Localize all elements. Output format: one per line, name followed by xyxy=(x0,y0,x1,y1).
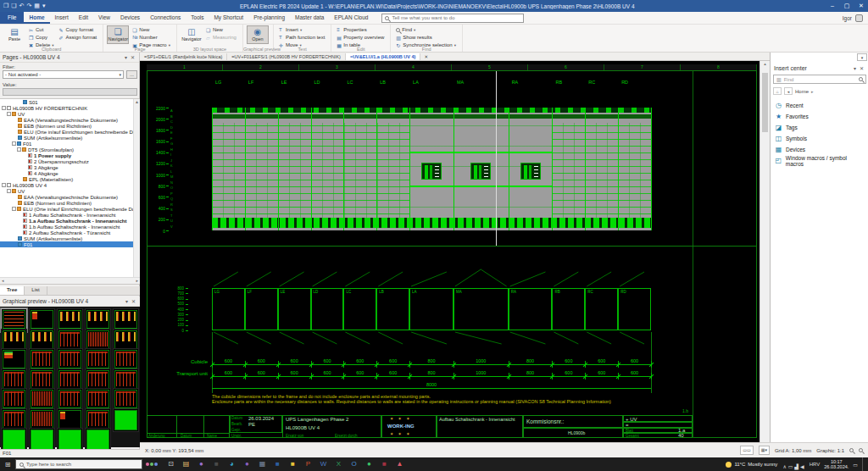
tree-item-4-abg-nge[interactable]: 4 Abgänge xyxy=(0,170,140,176)
tree-item-eaa-verwaltungstechnische-dokumente[interactable]: EAA (Verwaltungstechnische Dokumente) xyxy=(0,194,140,200)
document-tab[interactable]: =UV+F01&EFS/1 (HL0900B HV FORDERTECHNIK) xyxy=(227,53,346,60)
language-indicator[interactable]: HRV xyxy=(810,462,821,467)
zoom-out-icon[interactable] xyxy=(859,448,863,452)
tree-item-sum-artikelsummenliste[interactable]: SUM (Artikelsummenliste) xyxy=(0,236,140,241)
panel-menu-icon[interactable]: ▾ xyxy=(124,298,130,304)
tree-expander[interactable]: - xyxy=(12,207,16,211)
document-tab[interactable]: =UV&ELU/1.a (HL0900B UV 4) xyxy=(346,53,420,60)
tree-item-s01[interactable]: S01 xyxy=(0,99,140,105)
insert-center-item-favorites[interactable]: ★Favorites xyxy=(771,111,868,122)
tree-item-f01[interactable]: F01 xyxy=(0,241,140,247)
tree-item-elu-orte-in-auf-einrichtungen-beschreibende-dokumente[interactable]: ELU (Orte in/auf Einrichtungen beschreib… xyxy=(0,129,140,135)
ribbon-tab-pre-planning[interactable]: Pre-planning xyxy=(248,12,290,24)
tree-expander[interactable]: - xyxy=(17,147,21,152)
tree-item-1-power-supply[interactable]: 1 Power supply xyxy=(0,152,140,158)
notification-center-icon[interactable]: ▭ xyxy=(853,462,858,468)
home-icon[interactable]: ⌂ xyxy=(773,87,782,95)
panel-menu-icon[interactable]: ▾ xyxy=(852,65,858,71)
document-tab[interactable]: =SP1+DEL/1 (Razdjelnik kuće Nikica) xyxy=(140,53,227,60)
taskbar-app-edge[interactable]: ◕ xyxy=(227,457,236,471)
tree-expander[interactable]: - xyxy=(7,189,11,193)
tree-item-sum-artikelsummenliste[interactable]: SUM (Artikelsummenliste) xyxy=(0,135,140,141)
tree-item-eaa-verwaltungstechnische-dokumente[interactable]: EAA (Verwaltungstechnische Dokumente) xyxy=(0,117,140,123)
maximize-button[interactable]: ▢ xyxy=(840,0,854,12)
taskbar-app-file-explorer[interactable]: ▤ xyxy=(181,457,191,471)
tree-horizontal-scrollbar[interactable]: ◂▸ xyxy=(0,277,140,284)
panel-close-icon[interactable]: ✕ xyxy=(858,65,865,71)
filter-browse-button[interactable]: ... xyxy=(126,70,137,79)
insert-center-item-recent[interactable]: ◷Recent xyxy=(771,100,868,111)
workspace-icon[interactable]: ▭▭ xyxy=(740,446,753,455)
panel-menu-icon[interactable]: ▾ xyxy=(123,54,129,60)
ribbon-tab-home[interactable]: Home xyxy=(24,12,49,24)
taskbar-app-eplan[interactable]: ▲ xyxy=(395,457,404,471)
ribbon-tab-file[interactable]: File xyxy=(0,12,24,24)
taskbar-app-calculator[interactable]: ▦ xyxy=(258,457,267,471)
preview-thumbnail[interactable] xyxy=(1,428,27,452)
taskbar-app-viber[interactable]: ● xyxy=(242,457,252,471)
taskbar-app-app-blue[interactable]: ■ xyxy=(273,457,282,471)
start-button[interactable]: ⊞ xyxy=(0,461,15,468)
show-desktop-button[interactable] xyxy=(862,457,865,471)
navigator-button[interactable]: ❏Navigator xyxy=(107,25,129,44)
grid-icon[interactable]: ▦ xyxy=(34,3,40,9)
drawing-canvas[interactable]: 12345678LGLFLELDLCLBLAMARARBRCRD22002000… xyxy=(140,61,760,442)
insert-button[interactable]: TInsert▾ xyxy=(277,26,326,33)
tab-tree[interactable]: Tree xyxy=(0,286,25,295)
undo-icon[interactable]: ↶ xyxy=(19,3,25,9)
taskbar-app-task-view[interactable]: ⊡ xyxy=(166,457,175,471)
save-icon[interactable]: ❐ xyxy=(3,3,8,9)
tell-me-search[interactable]: Tell me what you want to do xyxy=(381,14,524,23)
paste-button[interactable]: ▤Paste xyxy=(3,25,25,44)
tree-item-eeb-normen-und-richtlinien[interactable]: EEB (Normen und Richtlinien) xyxy=(0,200,140,206)
value-input[interactable] xyxy=(3,88,137,96)
ribbon-tab-devices[interactable]: Devices xyxy=(115,12,145,24)
taskbar-app-app-red[interactable]: ■ xyxy=(380,457,389,471)
new-button[interactable]: ❏New xyxy=(204,26,238,33)
close-button[interactable]: ✕ xyxy=(854,0,868,12)
tab-list[interactable]: List xyxy=(25,286,47,295)
property-overview-button[interactable]: ▤Property overview xyxy=(335,34,386,41)
insert-center-search[interactable]: ▥ Find xyxy=(773,75,866,84)
ribbon-tab-view[interactable]: View xyxy=(93,12,115,24)
collapse-panel-button[interactable]: ▾ xyxy=(857,53,867,61)
taskbar-app-word[interactable]: W xyxy=(319,457,328,471)
navigator-button[interactable]: ◫Navigator xyxy=(181,25,203,44)
ribbon-tab-connections[interactable]: Connections xyxy=(145,12,186,24)
preview-thumbnail[interactable] xyxy=(29,428,55,452)
weather-widget[interactable]: 11°C Mostly sunny xyxy=(726,462,777,468)
assign-format-button[interactable]: ✐Assign format xyxy=(58,34,99,41)
customize-icon[interactable]: ▾ xyxy=(42,3,46,9)
preview-thumbnail[interactable] xyxy=(85,428,111,452)
open-button[interactable]: ◉Open xyxy=(247,25,269,44)
new-button[interactable]: ❏New xyxy=(131,26,172,33)
minimize-button[interactable]: – xyxy=(826,0,839,12)
insert-center-item-tags[interactable]: ◪Tags xyxy=(771,122,868,133)
filter-combobox[interactable]: - Not activated - ▾ xyxy=(3,70,124,79)
copy-button[interactable]: ❐Copy xyxy=(27,34,56,41)
tree-vertical-scrollbar[interactable]: ▲ xyxy=(133,99,140,279)
ribbon-tab-insert[interactable]: Insert xyxy=(50,12,74,24)
taskbar-app-powerpoint[interactable]: P xyxy=(303,457,313,471)
taskbar-app-app-purple[interactable]: ● xyxy=(197,457,206,471)
properties-button[interactable]: ≡Properties xyxy=(335,26,386,33)
tree-item-1-b-aufbau-schaltschrank-innenansicht[interactable]: 1.b Aufbau Schaltschrank - Innenansicht xyxy=(0,224,140,230)
ribbon-tab-master-data[interactable]: Master data xyxy=(290,12,329,24)
grid-toggle-icon[interactable]: ▦▾ xyxy=(759,446,770,455)
tree-item-f01[interactable]: -F01 xyxy=(0,141,140,147)
panel-close-icon[interactable]: ✕ xyxy=(130,298,137,304)
insert-center-item-devices[interactable]: ▦Devices xyxy=(771,144,868,155)
preview-thumbnail[interactable] xyxy=(57,428,83,452)
panel-close-icon[interactable]: ✕ xyxy=(129,54,136,60)
back-icon[interactable]: ◂ xyxy=(784,87,793,95)
chevron-up-icon[interactable]: ∧ xyxy=(782,464,787,469)
tree-item-eeb-normen-und-richtlinien[interactable]: EEB (Normen und Richtlinien) xyxy=(0,123,140,129)
taskbar-app-outlook[interactable]: O xyxy=(349,457,359,471)
volume-icon[interactable]: ◀ xyxy=(799,464,805,469)
zoom-in-icon[interactable] xyxy=(849,448,854,452)
tree-item-3-abg-nge[interactable]: 3 Abgänge xyxy=(0,164,140,170)
tree-item-dt5-stromlaufplan[interactable]: -DT5 (Stromlaufplan) xyxy=(0,147,140,152)
tree-item-hl0900b-uv-4[interactable]: -HL0900B UV 4 xyxy=(0,182,140,188)
path-function-text-button[interactable]: TPath function text xyxy=(277,34,326,41)
tree-item-epl-materiallisten[interactable]: EPL (Materiallisten) xyxy=(0,176,140,182)
